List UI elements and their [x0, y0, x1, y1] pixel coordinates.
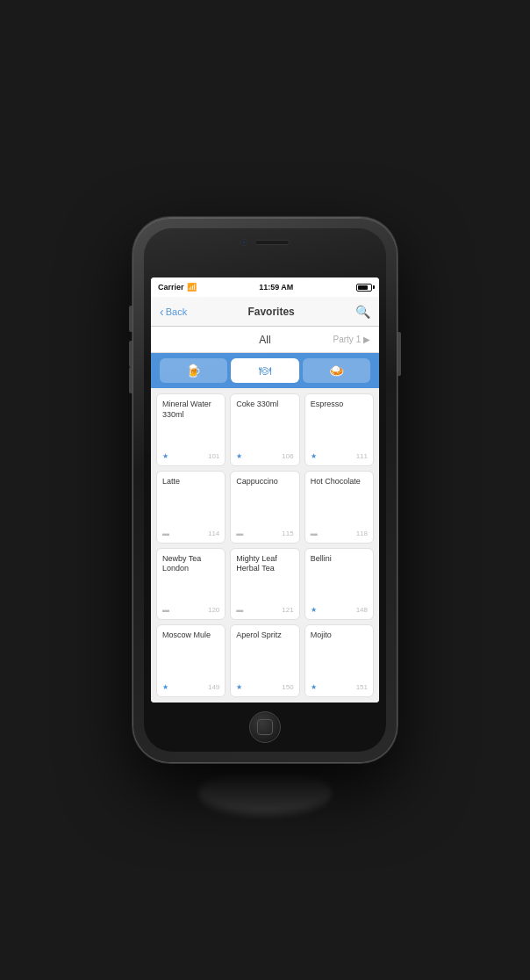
home-button-square: [257, 719, 273, 735]
item-name: Espresso: [311, 400, 368, 410]
table-icon: ▬: [236, 530, 243, 537]
item-card[interactable]: Mighty Leaf Herbal Tea ▬ 121: [230, 548, 299, 621]
table-icon: ▬: [236, 606, 243, 614]
battery-fill: [358, 285, 368, 290]
table-icon: ▬: [311, 530, 318, 537]
status-right: [356, 284, 372, 292]
items-grid: Mineral Water 330ml ★ 101 Coke 330ml ★ 1…: [151, 388, 379, 703]
item-card[interactable]: Bellini ★ 148: [304, 548, 374, 621]
screen-content: Carrier 📶 11:59 AM ‹ Back: [151, 277, 379, 703]
status-left: Carrier 📶: [158, 283, 197, 292]
phone-frame: Carrier 📶 11:59 AM ‹ Back: [133, 218, 397, 762]
item-name: Cappuccino: [236, 477, 293, 487]
item-number: 118: [356, 530, 368, 537]
item-card[interactable]: Latte ▬ 114: [156, 471, 226, 544]
item-card[interactable]: Aperol Spritz ★ 150: [230, 624, 299, 697]
item-footer: ★ 101: [162, 452, 219, 460]
star-icon: ★: [311, 683, 317, 691]
item-number: 101: [208, 452, 219, 460]
section-header: All Party 1 ▶: [151, 327, 379, 353]
back-label: Back: [166, 306, 187, 317]
phone-screen: Carrier 📶 11:59 AM ‹ Back: [151, 277, 379, 703]
table-icon: ▬: [162, 530, 169, 537]
item-name: Mojito: [311, 631, 368, 641]
item-name: Bellini: [311, 554, 368, 565]
item-footer: ▬ 115: [236, 530, 293, 537]
tab-drinks[interactable]: 🍺: [160, 358, 227, 383]
item-number: 111: [356, 452, 368, 460]
status-bar: Carrier 📶 11:59 AM: [151, 277, 379, 297]
item-name: Latte: [162, 477, 219, 487]
item-card[interactable]: Espresso ★ 111: [304, 393, 374, 466]
service-icon: 🍛: [329, 364, 344, 378]
item-name: Moscow Mule: [162, 631, 219, 641]
star-icon: ★: [236, 683, 242, 691]
star-icon: ★: [162, 452, 168, 460]
item-number: 149: [208, 683, 219, 691]
food-icon: 🍽: [259, 364, 271, 378]
item-name: Newby Tea London: [162, 554, 219, 574]
item-footer: ▬ 114: [162, 530, 219, 537]
drinks-icon: 🍺: [186, 364, 201, 378]
item-name: Hot Chocolate: [311, 477, 368, 487]
table-icon: ▬: [162, 606, 169, 614]
item-footer: ★ 106: [236, 452, 293, 460]
nav-title: Favorites: [247, 306, 294, 318]
item-card[interactable]: Hot Chocolate ▬ 118: [304, 471, 374, 544]
item-card[interactable]: Mojito ★ 151: [304, 624, 374, 697]
item-footer: ▬ 118: [311, 530, 368, 537]
category-tabs: 🍺 🍽 🍛: [151, 353, 379, 388]
phone-body: Carrier 📶 11:59 AM ‹ Back: [144, 228, 386, 752]
item-card[interactable]: Moscow Mule ★ 149: [156, 624, 226, 697]
item-footer: ★ 149: [162, 683, 219, 691]
item-footer: ★ 111: [311, 452, 368, 460]
star-icon: ★: [162, 683, 168, 691]
item-number: 120: [208, 606, 219, 614]
item-footer: ★ 148: [311, 606, 368, 614]
search-icon[interactable]: 🔍: [355, 305, 370, 319]
all-label: All: [259, 334, 270, 346]
battery-icon: [356, 284, 372, 292]
item-card[interactable]: Coke 330ml ★ 106: [230, 393, 299, 466]
item-number: 106: [282, 452, 293, 460]
star-icon: ★: [236, 452, 242, 460]
item-footer: ▬ 120: [162, 606, 219, 614]
item-name: Mighty Leaf Herbal Tea: [236, 554, 293, 574]
item-card[interactable]: Mineral Water 330ml ★ 101: [156, 393, 226, 466]
tab-service[interactable]: 🍛: [303, 358, 370, 383]
item-name: Coke 330ml: [236, 400, 293, 410]
item-name: Mineral Water 330ml: [162, 400, 219, 420]
item-card[interactable]: Cappuccino ▬ 115: [230, 471, 299, 544]
phone-reflection: [198, 771, 333, 815]
item-name: Aperol Spritz: [236, 631, 293, 641]
item-number: 150: [282, 683, 293, 691]
camera-lens: [240, 239, 247, 246]
tab-food[interactable]: 🍽: [231, 358, 298, 383]
item-number: 148: [356, 606, 368, 614]
phone-camera-area: [240, 239, 290, 246]
star-icon: ★: [311, 606, 317, 614]
item-footer: ▬ 121: [236, 606, 293, 614]
star-icon: ★: [311, 452, 317, 460]
home-button[interactable]: [249, 711, 281, 743]
wifi-icon: 📶: [187, 283, 197, 292]
status-time: 11:59 AM: [259, 283, 293, 292]
item-number: 114: [208, 530, 219, 537]
back-button[interactable]: ‹ Back: [160, 306, 187, 318]
item-footer: ★ 150: [236, 683, 293, 691]
item-number: 151: [356, 683, 368, 691]
item-number: 121: [282, 606, 293, 614]
back-chevron-icon: ‹: [160, 306, 164, 318]
nav-bar: ‹ Back Favorites 🔍: [151, 297, 379, 327]
item-footer: ★ 151: [311, 683, 368, 691]
item-number: 115: [282, 530, 293, 537]
party-label[interactable]: Party 1 ▶: [333, 335, 370, 344]
item-card[interactable]: Newby Tea London ▬ 120: [156, 548, 226, 621]
speaker-grille: [254, 240, 290, 245]
carrier-label: Carrier: [158, 283, 184, 292]
